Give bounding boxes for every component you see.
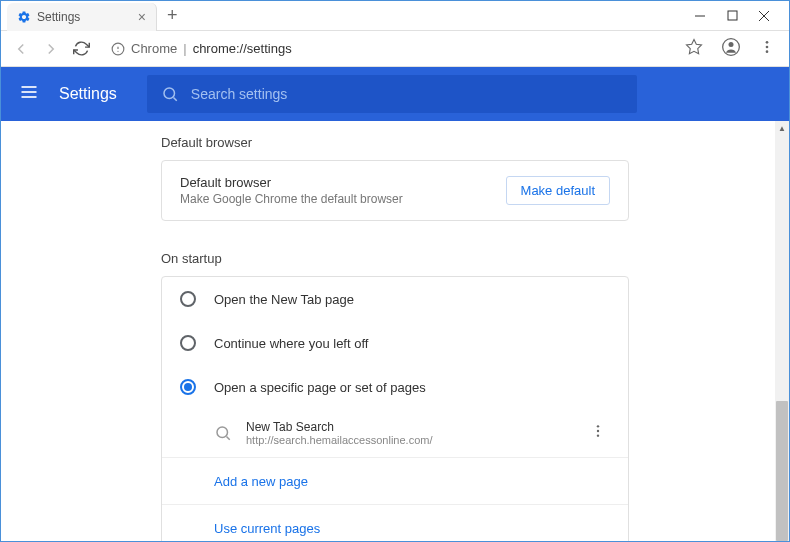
back-button[interactable] xyxy=(11,39,31,59)
search-icon xyxy=(214,424,232,442)
content-area: ▲ Default browser Default browser Make G… xyxy=(1,121,789,541)
tab-close-icon[interactable]: × xyxy=(138,9,146,25)
use-current-pages-row: Use current pages xyxy=(162,504,628,541)
page-entry-title: New Tab Search xyxy=(246,420,572,434)
maximize-button[interactable] xyxy=(725,9,739,23)
radio-icon-selected xyxy=(180,379,196,395)
svg-point-12 xyxy=(766,50,769,53)
svg-rect-1 xyxy=(728,11,737,20)
more-actions-icon[interactable] xyxy=(586,419,610,447)
profile-icon[interactable] xyxy=(717,37,745,61)
reload-button[interactable] xyxy=(71,39,91,59)
settings-header: Settings xyxy=(1,67,789,121)
close-button[interactable] xyxy=(757,9,771,23)
scrollbar[interactable]: ▲ xyxy=(775,121,789,541)
svg-point-6 xyxy=(117,50,118,51)
startup-heading: On startup xyxy=(161,251,629,266)
radio-label: Open the New Tab page xyxy=(214,292,354,307)
add-new-page-row: Add a new page xyxy=(162,457,628,504)
site-info-icon[interactable] xyxy=(111,42,125,56)
bookmark-star-icon[interactable] xyxy=(681,38,707,60)
titlebar: Settings × + xyxy=(1,1,789,31)
settings-gear-icon xyxy=(17,10,31,24)
page-entry-url: http://search.hemailaccessonline.com/ xyxy=(246,434,572,446)
browser-tab[interactable]: Settings × xyxy=(7,3,157,31)
svg-point-16 xyxy=(164,88,175,99)
startup-option-continue[interactable]: Continue where you left off xyxy=(162,321,628,365)
browser-menu-icon[interactable] xyxy=(755,39,779,59)
default-browser-heading: Default browser xyxy=(161,135,629,150)
svg-line-17 xyxy=(173,97,176,100)
svg-point-11 xyxy=(766,45,769,48)
svg-marker-7 xyxy=(687,39,702,53)
window-controls xyxy=(693,9,789,23)
add-new-page-link[interactable]: Add a new page xyxy=(214,474,308,489)
tab-title: Settings xyxy=(37,10,132,24)
scrollbar-up-icon[interactable]: ▲ xyxy=(775,121,789,135)
svg-point-22 xyxy=(597,434,599,436)
url-scheme-label: Chrome xyxy=(131,41,177,56)
search-icon xyxy=(161,85,179,103)
radio-label: Continue where you left off xyxy=(214,336,368,351)
use-current-pages-link[interactable]: Use current pages xyxy=(214,521,320,536)
svg-point-20 xyxy=(597,425,599,427)
hamburger-menu-icon[interactable] xyxy=(19,82,39,106)
url-text: chrome://settings xyxy=(193,41,292,56)
default-browser-title: Default browser xyxy=(180,175,403,190)
startup-option-newtab[interactable]: Open the New Tab page xyxy=(162,277,628,321)
startup-card: Open the New Tab page Continue where you… xyxy=(161,276,629,541)
url-box[interactable]: Chrome | chrome://settings xyxy=(101,37,671,60)
scrollbar-thumb[interactable] xyxy=(776,401,788,541)
radio-label: Open a specific page or set of pages xyxy=(214,380,426,395)
address-bar: Chrome | chrome://settings xyxy=(1,31,789,67)
minimize-button[interactable] xyxy=(693,9,707,23)
startup-page-entry: New Tab Search http://search.hemailacces… xyxy=(162,409,628,457)
page-title: Settings xyxy=(59,85,117,103)
radio-icon xyxy=(180,291,196,307)
svg-point-9 xyxy=(729,42,734,47)
default-browser-card: Default browser Make Google Chrome the d… xyxy=(161,160,629,221)
svg-point-10 xyxy=(766,41,769,44)
new-tab-button[interactable]: + xyxy=(157,5,188,26)
radio-icon xyxy=(180,335,196,351)
search-settings-box[interactable] xyxy=(147,75,637,113)
startup-option-specific[interactable]: Open a specific page or set of pages xyxy=(162,365,628,409)
default-browser-subtitle: Make Google Chrome the default browser xyxy=(180,192,403,206)
forward-button[interactable] xyxy=(41,39,61,59)
make-default-button[interactable]: Make default xyxy=(506,176,610,205)
svg-point-21 xyxy=(597,430,599,432)
svg-point-18 xyxy=(217,427,228,438)
svg-line-19 xyxy=(226,436,229,439)
search-input[interactable] xyxy=(191,86,623,102)
